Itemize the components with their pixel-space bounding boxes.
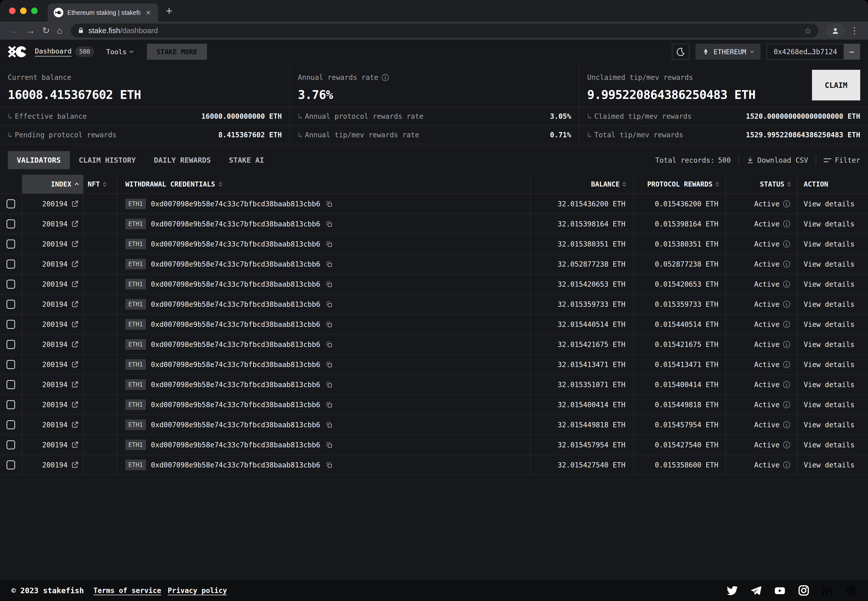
- row-checkbox[interactable]: [6, 239, 15, 249]
- column-header-status[interactable]: STATUS: [725, 175, 797, 194]
- profile-avatar[interactable]: [826, 23, 845, 38]
- copy-icon[interactable]: [325, 381, 333, 388]
- address-bar[interactable]: stake.fish /dashboard ☆: [71, 24, 818, 38]
- info-icon[interactable]: [783, 381, 790, 388]
- download-csv-button[interactable]: Download CSV: [746, 156, 808, 165]
- browser-tab[interactable]: Ethereum staking | stakefish ×: [48, 3, 158, 21]
- copy-icon[interactable]: [325, 200, 333, 207]
- youtube-icon[interactable]: [774, 585, 786, 596]
- copy-icon[interactable]: [325, 401, 333, 409]
- back-icon[interactable]: ←: [6, 25, 23, 36]
- tab-close-icon[interactable]: ×: [144, 8, 152, 17]
- info-icon[interactable]: [783, 220, 790, 227]
- copy-icon[interactable]: [325, 341, 333, 348]
- window-close-button[interactable]: [9, 8, 15, 14]
- terms-of-service-link[interactable]: Terms of service: [93, 586, 161, 595]
- reddit-icon[interactable]: [845, 585, 857, 596]
- linkedin-icon[interactable]: [822, 585, 833, 596]
- info-icon[interactable]: [783, 421, 790, 428]
- row-checkbox[interactable]: [6, 199, 15, 208]
- view-details-link[interactable]: View details: [804, 381, 854, 389]
- wallet-more-icon[interactable]: ⋯: [844, 44, 860, 59]
- copy-icon[interactable]: [325, 421, 333, 429]
- info-icon[interactable]: [783, 441, 790, 448]
- network-selector[interactable]: ETHEREUM: [695, 44, 761, 60]
- row-checkbox[interactable]: [6, 420, 15, 429]
- tab-claim-history[interactable]: CLAIM HISTORY: [70, 151, 145, 169]
- row-checkbox[interactable]: [6, 340, 15, 349]
- row-checkbox[interactable]: [6, 280, 15, 289]
- copy-icon[interactable]: [325, 300, 333, 308]
- reload-icon[interactable]: ↻: [39, 25, 53, 36]
- browser-menu-icon[interactable]: ⋮: [847, 25, 862, 36]
- view-details-link[interactable]: View details: [804, 240, 854, 248]
- privacy-policy-link[interactable]: Privacy policy: [168, 586, 227, 595]
- bookmark-star-icon[interactable]: ☆: [804, 26, 812, 36]
- view-details-link[interactable]: View details: [804, 320, 854, 329]
- nav-dashboard-link[interactable]: Dashboard: [35, 47, 72, 56]
- row-checkbox[interactable]: [6, 440, 15, 449]
- twitter-icon[interactable]: [727, 585, 738, 596]
- row-checkbox[interactable]: [6, 320, 15, 329]
- column-header-balance[interactable]: BALANCE: [530, 175, 633, 194]
- view-details-link[interactable]: View details: [804, 280, 854, 288]
- window-minimize-button[interactable]: [20, 8, 27, 14]
- nav-tools-menu[interactable]: Tools: [106, 48, 133, 56]
- home-icon[interactable]: ⌂: [53, 25, 66, 36]
- external-link-icon[interactable]: [71, 300, 79, 308]
- view-details-link[interactable]: View details: [804, 421, 854, 429]
- view-details-link[interactable]: View details: [804, 300, 854, 308]
- copy-icon[interactable]: [325, 461, 333, 469]
- view-details-link[interactable]: View details: [804, 360, 854, 369]
- view-details-link[interactable]: View details: [804, 461, 854, 469]
- info-icon[interactable]: [783, 361, 790, 368]
- info-icon[interactable]: [783, 301, 790, 308]
- row-checkbox[interactable]: [6, 300, 15, 309]
- copy-icon[interactable]: [325, 320, 333, 328]
- external-link-icon[interactable]: [71, 260, 79, 268]
- copy-icon[interactable]: [325, 281, 333, 288]
- copy-icon[interactable]: [325, 240, 333, 248]
- column-header-withdrawal-credentials[interactable]: WITHDRAWAL CREDENTIALS: [116, 175, 530, 194]
- instagram-icon[interactable]: [798, 585, 810, 596]
- info-icon[interactable]: [783, 341, 790, 348]
- row-checkbox[interactable]: [6, 400, 15, 409]
- column-header-index[interactable]: INDEX: [21, 175, 83, 194]
- external-link-icon[interactable]: [71, 220, 79, 228]
- new-tab-button[interactable]: +: [166, 4, 173, 18]
- external-link-icon[interactable]: [71, 281, 79, 288]
- window-zoom-button[interactable]: [31, 8, 38, 14]
- external-link-icon[interactable]: [71, 200, 79, 207]
- info-icon[interactable]: [783, 461, 790, 468]
- view-details-link[interactable]: View details: [804, 200, 854, 208]
- external-link-icon[interactable]: [71, 421, 79, 429]
- info-icon[interactable]: [783, 200, 790, 207]
- external-link-icon[interactable]: [71, 461, 79, 469]
- external-link-icon[interactable]: [71, 320, 79, 328]
- column-header-protocol-rewards[interactable]: PROTOCOL REWARDS: [633, 175, 725, 194]
- external-link-icon[interactable]: [71, 381, 79, 388]
- info-icon[interactable]: [783, 401, 790, 408]
- row-checkbox[interactable]: [6, 360, 15, 369]
- external-link-icon[interactable]: [71, 240, 79, 248]
- column-header-nft[interactable]: NFT: [83, 175, 116, 194]
- external-link-icon[interactable]: [71, 401, 79, 409]
- tab-daily-rewards[interactable]: DAILY REWARDS: [145, 151, 220, 169]
- row-checkbox[interactable]: [6, 259, 15, 268]
- stakefish-logo[interactable]: [8, 45, 28, 59]
- view-details-link[interactable]: View details: [804, 220, 854, 228]
- theme-toggle-button[interactable]: [672, 44, 689, 60]
- tab-stake-ai[interactable]: STAKE AI: [220, 151, 273, 169]
- info-icon[interactable]: [382, 74, 389, 81]
- info-icon[interactable]: [783, 261, 790, 268]
- external-link-icon[interactable]: [71, 341, 79, 348]
- view-details-link[interactable]: View details: [804, 441, 854, 449]
- row-checkbox[interactable]: [6, 220, 15, 229]
- copy-icon[interactable]: [325, 361, 333, 368]
- telegram-icon[interactable]: [750, 585, 762, 596]
- wallet-button[interactable]: 0x4268ed…3b7124 ⋯: [767, 44, 860, 60]
- copy-icon[interactable]: [325, 441, 333, 448]
- external-link-icon[interactable]: [71, 361, 79, 368]
- tab-validators[interactable]: VALIDATORS: [8, 151, 70, 169]
- view-details-link[interactable]: View details: [804, 340, 854, 349]
